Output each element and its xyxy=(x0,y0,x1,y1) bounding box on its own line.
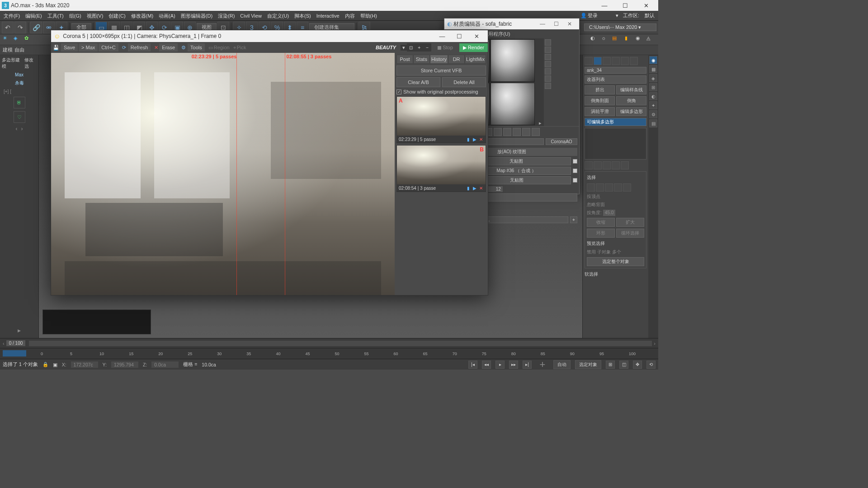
next-frame-icon[interactable]: ▸▸ xyxy=(509,361,518,369)
add-key-icon[interactable]: + xyxy=(536,360,549,370)
btn-chamfer-profile[interactable]: 倒角剖面 xyxy=(585,96,615,105)
element-dropdown-icon[interactable]: ▾ xyxy=(401,45,407,51)
goto-end-icon[interactable]: ▸| xyxy=(523,361,532,369)
link-button[interactable]: 🔗 xyxy=(30,22,42,33)
menu-views[interactable]: 视图(V) xyxy=(84,11,106,21)
map-type-button[interactable]: CoronaAO xyxy=(546,138,577,145)
mat-btn-icon[interactable] xyxy=(513,128,521,136)
map-enable-check[interactable] xyxy=(573,159,577,164)
prev-frame-icon[interactable]: ◂◂ xyxy=(482,361,491,369)
menu-animation[interactable]: 动画(A) xyxy=(156,11,178,21)
menu-modifiers[interactable]: 修改器(M) xyxy=(128,11,156,21)
soft-sel-rollout[interactable]: 软选择 xyxy=(585,270,646,278)
show-end-icon[interactable] xyxy=(594,161,602,169)
history-item-1[interactable]: A 02:23:29 | 5 passe ▮ ▶ ✕ xyxy=(396,96,486,143)
subobj-radio[interactable]: 子对象 xyxy=(597,249,611,255)
corona-titlebar[interactable]: ☺ Corona 5 | 1000×695px (1:1) | Camera: … xyxy=(51,30,488,42)
modifier-stack-item[interactable]: 可编辑多边形 xyxy=(585,118,646,126)
rtool-6-icon[interactable]: ✦ xyxy=(649,101,657,109)
configure-icon[interactable] xyxy=(621,161,629,169)
rtool-7-icon[interactable]: ⚙ xyxy=(649,110,657,118)
lock-icon[interactable]: 🔒 xyxy=(42,361,48,367)
shield-green-icon[interactable]: ⛨ xyxy=(14,97,25,108)
grow-button[interactable]: 扩大 xyxy=(616,218,644,227)
z-coord[interactable]: 0.0ca xyxy=(151,361,179,368)
max-samples-spinner[interactable]: 12 xyxy=(488,186,503,192)
tab-dr[interactable]: DR xyxy=(448,55,465,64)
tab-stats[interactable]: Stats xyxy=(413,55,430,64)
unique-icon[interactable] xyxy=(603,161,611,169)
motion-tab-icon[interactable] xyxy=(612,57,620,65)
trackbar[interactable]: 0 5 10 15 20 25 30 35 40 45 50 55 60 65 … xyxy=(0,348,658,359)
mat-tool-icon[interactable] xyxy=(545,47,551,53)
history-item-2[interactable]: B 02:08:54 | 3 passe ▮ ▶ ✕ xyxy=(396,145,486,192)
stop-button[interactable]: Stop xyxy=(434,43,457,52)
frame-indicator[interactable]: 0 / 100 xyxy=(6,340,26,346)
ring-button[interactable]: 环形 xyxy=(587,229,615,238)
angle-spinner[interactable]: 45.0 xyxy=(603,210,615,216)
viewnav-1-icon[interactable]: ⊞ xyxy=(606,361,615,369)
menu-edit[interactable]: 编辑(E) xyxy=(23,11,45,21)
workspace-selector[interactable]: 默认 xyxy=(642,12,657,19)
loop-button[interactable]: 循环选择 xyxy=(616,229,644,238)
modifier-stack[interactable] xyxy=(585,128,646,160)
menu-group[interactable]: 组(G) xyxy=(66,11,84,21)
corona-tool-icon[interactable]: ▮ xyxy=(625,35,634,44)
by-angle-check[interactable]: 按角度: xyxy=(587,210,602,216)
rtool-4-icon[interactable]: ⊞ xyxy=(649,83,657,91)
arrow-right-icon[interactable]: › xyxy=(21,126,23,132)
render-setup-icon[interactable]: ☼ xyxy=(601,35,610,44)
menu-graph[interactable]: 图形编辑器(D) xyxy=(178,11,215,21)
menu-civil[interactable]: Civil View xyxy=(237,11,264,21)
mat-btn-icon[interactable] xyxy=(532,128,540,136)
modifier-list-dropdown[interactable]: 改器列表 xyxy=(585,75,646,84)
menu-create[interactable]: 创建(C) xyxy=(106,11,128,21)
material-slot-2[interactable] xyxy=(491,39,535,82)
tab-history[interactable]: History xyxy=(430,55,448,64)
time-slider[interactable]: ‹ 0 / 100 › xyxy=(0,338,658,348)
vertex-subobj-icon[interactable] xyxy=(587,183,595,192)
border-subobj-icon[interactable] xyxy=(605,183,613,192)
rtool-3-icon[interactable]: ◈ xyxy=(649,74,657,82)
zoom-out-icon[interactable]: − xyxy=(423,43,431,52)
show-orig-postproc-check[interactable]: ✓ Show with original postprocessing xyxy=(396,89,486,94)
btn-extrude[interactable]: 挤出 xyxy=(585,85,615,94)
refresh-button[interactable]: Refresh xyxy=(128,43,151,52)
history-play-icon[interactable]: ▶ xyxy=(472,136,477,142)
viewnav-3-icon[interactable]: ✥ xyxy=(633,361,642,369)
viewnav-4-icon[interactable]: ⟲ xyxy=(646,361,656,369)
render-frame-icon[interactable]: ▤ xyxy=(612,35,621,44)
btn-edit-poly[interactable]: 编辑多边形 xyxy=(616,107,646,116)
pin-stack-icon[interactable] xyxy=(585,161,593,169)
btn-chamfer[interactable]: 倒角 xyxy=(616,96,646,105)
tab-freeform[interactable]: 自由 xyxy=(14,47,24,53)
btn-turbosmooth[interactable]: 涡轮平滑 xyxy=(585,107,615,116)
corona-close-button[interactable]: ✕ xyxy=(468,33,485,40)
modsel-label[interactable]: 修改选 xyxy=(24,57,37,70)
history-play-icon[interactable]: ▶ xyxy=(472,185,477,191)
off-radio[interactable]: 禁用 xyxy=(587,249,596,255)
menu-help[interactable]: 帮助(H) xyxy=(358,11,380,21)
history-delete-icon[interactable]: ✕ xyxy=(478,136,484,142)
rtool-8-icon[interactable]: ▤ xyxy=(649,119,657,127)
store-vfb-button[interactable]: Store Current VFB xyxy=(396,66,486,75)
history-save-icon[interactable]: ▮ xyxy=(466,136,471,142)
history-save-icon[interactable]: ▮ xyxy=(466,185,471,191)
corona-light-icon[interactable]: ◬ xyxy=(646,35,656,44)
viewnav-2-icon[interactable]: ◫ xyxy=(619,361,628,369)
expand-icon[interactable]: ▸ xyxy=(14,324,25,336)
region-button[interactable]: Region xyxy=(214,45,230,50)
ignore-backface-check[interactable]: 忽略背面 xyxy=(587,202,644,208)
history-delete-icon[interactable]: ✕ xyxy=(478,185,484,191)
ab-divider-b[interactable] xyxy=(285,53,285,295)
material-editor-titlebar[interactable]: ◐ 材质编辑器 - sofa_fabric — ☐ ✕ xyxy=(444,19,579,29)
ctrlc-button[interactable]: Ctrl+C xyxy=(99,43,118,52)
hierarchy-tab-icon[interactable] xyxy=(603,57,611,65)
mat-btn-icon[interactable] xyxy=(494,128,502,136)
project-path[interactable]: C:\Users\··· Max 2020 ▾ xyxy=(584,23,656,31)
selection-rollout-header[interactable]: 选择 xyxy=(587,174,644,182)
mat-scroll-right-icon[interactable]: ▸ xyxy=(537,38,544,126)
modify-tab-icon[interactable] xyxy=(594,57,602,65)
window-maximize-button[interactable]: ☐ xyxy=(615,0,636,11)
save-button[interactable]: Save xyxy=(61,43,78,52)
